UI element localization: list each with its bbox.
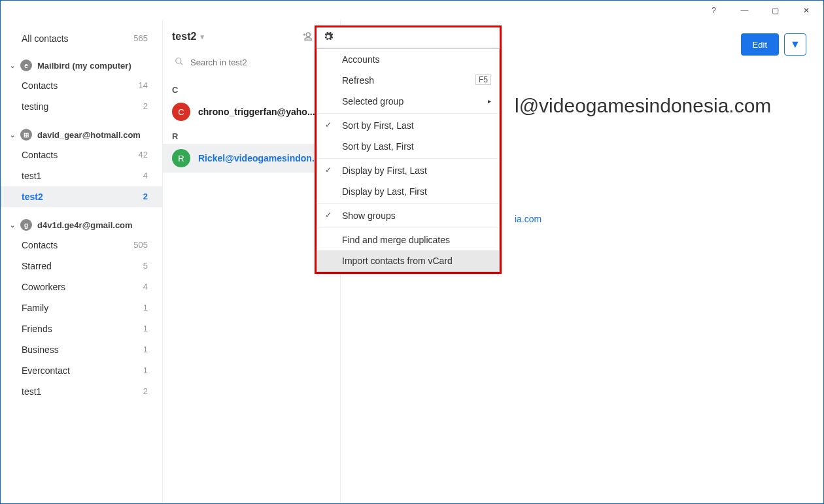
edit-button[interactable]: Edit <box>741 33 779 56</box>
sidebar-item-label: Starred <box>22 261 52 271</box>
sidebar-item-count: 1 <box>143 303 148 313</box>
sidebar-item-count: 1 <box>143 365 148 376</box>
menu-item-label: Find and merge duplicates <box>342 235 450 245</box>
sidebar-item[interactable]: Family1 <box>1 297 162 318</box>
sidebar-item[interactable]: test12 <box>1 381 162 402</box>
account-header[interactable]: ⌄gd4v1d.ge4r@gmail.com <box>1 215 162 235</box>
settings-menu-highlight: AccountsRefreshF5Selected group▸✓Sort by… <box>315 25 502 274</box>
sidebar-item-label: test1 <box>22 386 41 397</box>
sidebar-item-count: 2 <box>143 386 148 397</box>
sidebar-item[interactable]: test14 <box>1 165 162 186</box>
list-title[interactable]: test2 ▼ <box>172 31 205 42</box>
contact-email-link[interactable]: ia.com <box>515 214 806 224</box>
gear-icon[interactable] <box>317 27 500 48</box>
sidebar-item[interactable]: test22 <box>1 186 162 207</box>
section-letter: C <box>163 80 340 97</box>
menu-item[interactable]: Sort by Last, First <box>317 136 499 157</box>
sidebar-item[interactable]: Friends1 <box>1 318 162 339</box>
sidebar-item-label: Contacts <box>22 240 58 250</box>
chevron-down-icon: ⌄ <box>10 62 15 69</box>
submenu-arrow-icon: ▸ <box>488 97 491 105</box>
avatar: R <box>172 149 190 167</box>
sidebar-item[interactable]: Starred5 <box>1 256 162 277</box>
account-icon: ⊞ <box>20 129 32 141</box>
menu-item-label: Show groups <box>342 210 396 221</box>
sidebar-item-count: 4 <box>143 282 148 292</box>
menu-item-label: Sort by First, Last <box>342 120 414 131</box>
svg-point-0 <box>306 33 310 37</box>
menu-item[interactable]: Display by Last, First <box>317 181 499 202</box>
window-titlebar: ? — ▢ ✕ <box>1 1 823 20</box>
sidebar-all-contacts[interactable]: All contacts 565 <box>1 28 162 56</box>
contact-row[interactable]: RRickel@videogamesindon... <box>163 144 340 173</box>
account-name: d4v1d.ge4r@gmail.com <box>37 220 133 230</box>
menu-item[interactable]: ✓Display by First, Last <box>317 160 499 181</box>
check-icon: ✓ <box>325 120 332 129</box>
search-container <box>171 53 332 72</box>
sidebar-item-label: testing <box>22 101 48 112</box>
sidebar-item-label: Contacts <box>22 80 58 91</box>
menu-item[interactable]: Import contacts from vCard <box>317 250 499 271</box>
menu-item[interactable]: ✓Show groups <box>317 205 499 226</box>
account-icon: g <box>20 219 32 231</box>
sidebar-item[interactable]: Business1 <box>1 339 162 360</box>
edit-dropdown-button[interactable]: ▼ <box>784 33 806 56</box>
menu-item[interactable]: Selected group▸ <box>317 91 499 112</box>
account-header[interactable]: ⌄⊞david_gear@hotmail.com <box>1 125 162 144</box>
menu-item[interactable]: Find and merge duplicates <box>317 229 499 250</box>
contact-name: chrono_triggerfan@yaho... <box>198 107 315 117</box>
sidebar-item-count: 505 <box>133 240 148 250</box>
menu-item-label: Display by Last, First <box>342 186 427 197</box>
menu-shortcut: F5 <box>475 75 491 85</box>
sidebar-item[interactable]: Contacts14 <box>1 75 162 96</box>
sidebar-item-count: 2 <box>143 192 148 202</box>
sidebar-item[interactable]: Contacts42 <box>1 144 162 165</box>
chevron-down-icon: ⌄ <box>10 222 15 229</box>
sidebar-item-count: 4 <box>143 171 148 181</box>
list-title-text: test2 <box>172 31 196 42</box>
sidebar-item-count: 1 <box>143 324 148 334</box>
search-icon <box>175 57 184 69</box>
sidebar-item[interactable]: testing2 <box>1 96 162 117</box>
maximize-button[interactable]: ▢ <box>761 1 790 20</box>
chevron-down-icon: ▼ <box>790 39 800 50</box>
menu-item-label: Import contacts from vCard <box>342 256 453 266</box>
check-icon: ✓ <box>325 165 332 175</box>
account-name: Mailbird (my computer) <box>37 61 131 71</box>
chevron-down-icon: ▼ <box>199 33 205 41</box>
contact-name: Rickel@videogamesindon... <box>198 153 320 163</box>
account-header[interactable]: ⌄eMailbird (my computer) <box>1 56 162 75</box>
all-contacts-label: All contacts <box>22 33 69 44</box>
section-letter: R <box>163 126 340 144</box>
menu-item-label: Selected group <box>342 96 403 107</box>
sidebar-item-label: test2 <box>22 192 43 202</box>
sidebar-item-label: Business <box>22 344 59 355</box>
sidebar-item[interactable]: Contacts505 <box>1 235 162 256</box>
menu-item[interactable]: ✓Sort by First, Last <box>317 115 499 136</box>
menu-item-label: Display by First, Last <box>342 165 427 176</box>
account-name: david_gear@hotmail.com <box>37 130 141 140</box>
sidebar-item[interactable]: Evercontact1 <box>1 360 162 381</box>
svg-point-1 <box>176 58 181 63</box>
menu-item[interactable]: Accounts <box>317 49 499 70</box>
sidebar-item-count: 5 <box>143 261 148 271</box>
check-icon: ✓ <box>325 210 332 220</box>
contact-email-large: l@videogamesindonesia.com <box>515 95 806 117</box>
minimize-button[interactable]: — <box>730 1 759 20</box>
menu-item-label: Accounts <box>342 54 380 65</box>
menu-item-label: Sort by Last, First <box>342 141 414 152</box>
sidebar-item[interactable]: Coworkers4 <box>1 277 162 297</box>
sidebar-item-count: 2 <box>143 101 148 112</box>
close-button[interactable]: ✕ <box>791 1 821 20</box>
sidebar-item-label: Evercontact <box>22 365 70 376</box>
avatar: C <box>172 103 190 121</box>
sidebar-item-count: 14 <box>139 80 148 91</box>
all-contacts-count: 565 <box>133 33 148 44</box>
add-contact-icon[interactable] <box>301 31 313 42</box>
sidebar-item-count: 42 <box>139 150 148 160</box>
sidebar-item-label: Coworkers <box>22 282 65 292</box>
menu-item[interactable]: RefreshF5 <box>317 70 499 91</box>
search-input[interactable] <box>171 53 332 72</box>
help-button[interactable]: ? <box>699 1 729 20</box>
contact-row[interactable]: Cchrono_triggerfan@yaho... <box>163 97 340 126</box>
